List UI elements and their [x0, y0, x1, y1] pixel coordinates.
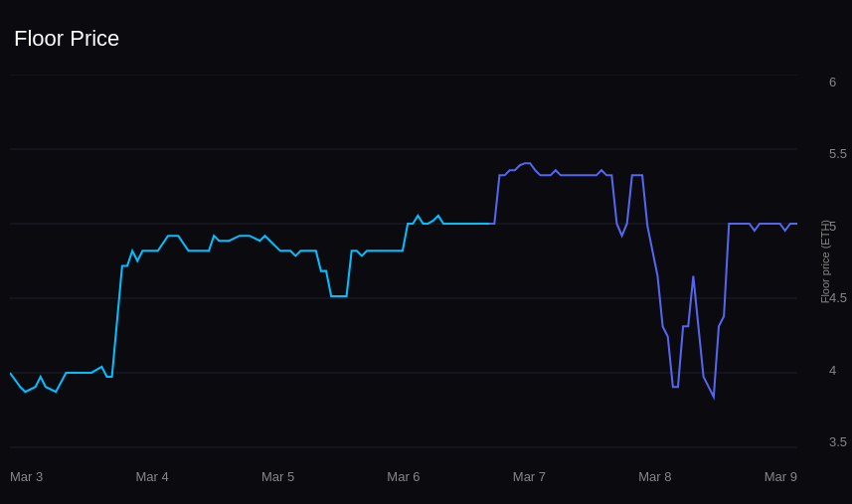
x-label-mar9: Mar 9 [765, 469, 797, 484]
x-axis-labels: Mar 3 Mar 4 Mar 5 Mar 6 Mar 7 Mar 8 Mar … [10, 469, 797, 484]
y-axis-title: Floor price (ETH) [819, 220, 831, 303]
chart-title: Floor Price [14, 26, 119, 52]
x-label-mar7: Mar 7 [513, 469, 546, 484]
x-label-mar5: Mar 5 [261, 469, 294, 484]
x-label-mar3: Mar 3 [10, 469, 43, 484]
chart-svg [10, 75, 797, 449]
x-label-mar6: Mar 6 [387, 469, 420, 484]
chart-area: Mar 3 Mar 4 Mar 5 Mar 6 Mar 7 Mar 8 Mar … [10, 75, 797, 449]
price-line-cyan [10, 216, 494, 392]
y-axis-title-wrapper: Floor price (ETH) [805, 75, 845, 449]
chart-container: Floor Price Mar 3 Ma [0, 0, 852, 504]
price-line-purple [489, 163, 797, 397]
x-label-mar8: Mar 8 [638, 469, 671, 484]
x-label-mar4: Mar 4 [135, 469, 168, 484]
